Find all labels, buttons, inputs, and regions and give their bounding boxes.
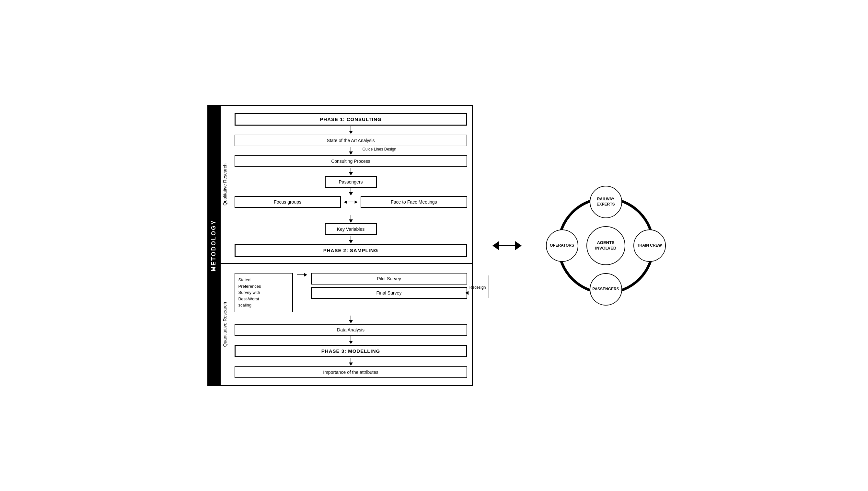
- methodology-label: METODOLOGY: [208, 106, 219, 385]
- arrow-sampling-to-data: [349, 316, 353, 323]
- pilot-survey-box: Pilot Survey: [311, 273, 467, 285]
- fg-ftf-row: Focus groups ◄► Face to Face Meetings: [235, 196, 467, 208]
- phases-column: Qualitative Research PHASE 1: CONSULTING…: [219, 106, 472, 385]
- agents-involved-label: AGENTS INVOLVED: [595, 240, 617, 251]
- final-survey-box: Final Survey: [311, 287, 467, 299]
- face-meetings-box: Face to Face Meetings: [361, 196, 467, 208]
- arrow-ftf-to-keyvars: [349, 215, 353, 223]
- stated-preferences-text: StatedPreferencesSurvey withBest-Worstsc…: [239, 278, 261, 308]
- arrow-phase3-to-importance: [349, 358, 353, 366]
- quantitative-content: StatedPreferencesSurvey withBest-Worstsc…: [230, 264, 472, 385]
- pilot-final-wrapper: Pilot Survey Final Survey Redesign: [311, 273, 467, 299]
- arrow-stated-to-pilot: [297, 273, 307, 277]
- quantitative-label: Quantitative Research: [220, 264, 230, 385]
- state-art-box: State of the Art Analysis: [235, 135, 467, 146]
- train-crew-label: TRAIN CREW: [637, 243, 662, 248]
- focus-groups-box: Focus groups: [235, 196, 341, 208]
- railway-experts-label: RAILWAY EXPERTS: [596, 197, 615, 207]
- stated-preferences-box: StatedPreferencesSurvey withBest-Worstsc…: [235, 273, 293, 312]
- qualitative-label: Qualitative Research: [220, 106, 230, 263]
- phase1-box: PHASE 1: CONSULTING: [235, 113, 467, 125]
- redesign-arrow: [465, 284, 468, 288]
- right-diagram: AGENTS INVOLVED RAILWAY EXPERTS OPERATOR…: [541, 186, 671, 306]
- passengers-box: Passengers: [325, 176, 377, 188]
- passengers-row: Passengers: [235, 176, 467, 188]
- agents-container: AGENTS INVOLVED RAILWAY EXPERTS OPERATOR…: [546, 186, 666, 306]
- arrow-right-tip: [515, 241, 522, 250]
- train-crew-circle: TRAIN CREW: [633, 229, 666, 262]
- arrow-data-to-phase3: [349, 336, 353, 344]
- arrow-state-to-consulting: [349, 147, 353, 155]
- passengers-agents-label: PASSENGERS: [592, 287, 619, 292]
- operators-label: OPERATORS: [550, 243, 574, 248]
- qualitative-section: Qualitative Research PHASE 1: CONSULTING…: [220, 106, 472, 264]
- arrow-left-tip: [492, 241, 499, 250]
- arrow-consulting-to-passengers: [349, 168, 353, 175]
- passengers-agents-circle: PASSENGERS: [590, 273, 622, 306]
- data-analysis-box: Data Analysis: [235, 324, 467, 336]
- arrow-keyvars-to-phase2: [349, 236, 353, 243]
- sampling-row: StatedPreferencesSurvey withBest-Worstsc…: [235, 273, 467, 312]
- qualitative-content: PHASE 1: CONSULTING State of the Art Ana…: [230, 106, 472, 263]
- dashed-arrow-spacer: [235, 208, 467, 214]
- railway-experts-circle: RAILWAY EXPERTS: [590, 186, 622, 218]
- phase2-box: PHASE 2: SAMPLING: [235, 244, 467, 257]
- consulting-box: Consulting Process: [235, 155, 467, 167]
- guide-lines-label: Guide Lines Design: [362, 147, 396, 151]
- operators-circle: OPERATORS: [546, 229, 578, 262]
- arrow-passengers-to-sides: [349, 189, 353, 196]
- phase3-box: PHASE 3: MODELLING: [235, 345, 467, 357]
- quantitative-section: Quantitative Research StatedPreferencesS…: [220, 264, 472, 385]
- key-vars-row: Key Variables: [235, 223, 467, 235]
- importance-box: Importance of the attributes: [235, 366, 467, 378]
- connector-arrow-wrapper: [492, 241, 522, 250]
- key-variables-box: Key Variables: [325, 223, 377, 235]
- main-container: METODOLOGY Qualitative Research PHASE 1:…: [207, 105, 661, 386]
- arrow-phase1-to-state: [349, 126, 353, 134]
- left-diagram: METODOLOGY Qualitative Research PHASE 1:…: [207, 105, 473, 386]
- bidirectional-arrow: ◄►: [343, 199, 359, 205]
- redesign-label: Redesign: [469, 285, 486, 290]
- connector-line: [499, 245, 515, 246]
- agents-involved-circle: AGENTS INVOLVED: [587, 226, 625, 265]
- redesign-bracket: [487, 276, 489, 298]
